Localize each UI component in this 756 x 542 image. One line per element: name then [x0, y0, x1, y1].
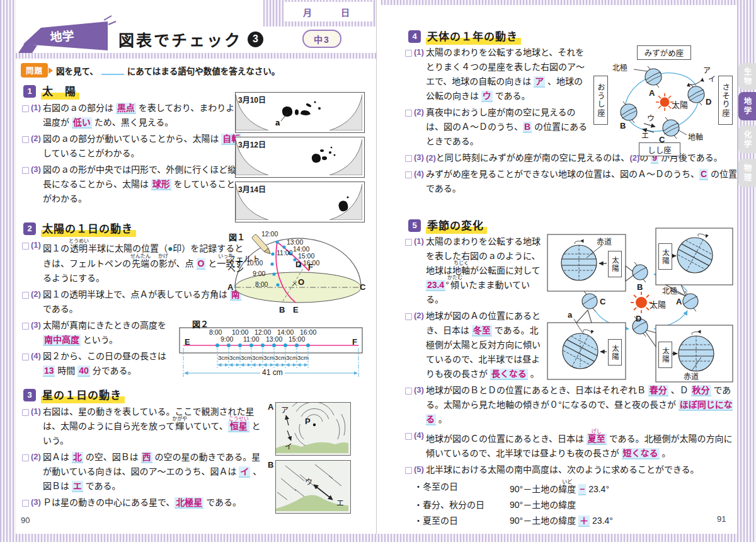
sun-date-label: 3月10日: [238, 94, 266, 105]
question-text-run: である。: [43, 304, 78, 314]
sun-diagram-mar10: a 3月10日: [235, 92, 365, 133]
formula-row: ・夏至の日90°－土地の緯度 ＋ 23.4°: [414, 513, 738, 529]
constellation-taurus: おうし座: [593, 76, 608, 125]
question-text-run: 分である。: [90, 366, 137, 376]
sun-label: 太陽: [672, 98, 688, 110]
sidebar-tab-biology: 生物: [738, 63, 756, 89]
question-text-run: 23.4°: [586, 484, 609, 494]
total-length-label: 41 cm: [260, 368, 285, 377]
section-number: 3: [23, 389, 36, 401]
question-text: 太陽のまわりを公転する地球を表した右図のａのように、地球は地軸ちじくが公転面に対…: [426, 234, 547, 307]
date-fill-box: 月 日: [284, 2, 373, 21]
question-text-run: 90°－土地の: [510, 484, 558, 494]
time-label: 9:00: [220, 335, 233, 343]
star-trails-figure: A: [268, 401, 353, 516]
checkbox-mark: [22, 500, 29, 507]
question-item: (1)図１の透明とうめい半球に太陽の位置（●印）を記録するときは、フェルトペンの…: [22, 238, 244, 285]
sun-box-label: 太陽: [608, 251, 622, 277]
section-3-questions: (1)右図は、星の動きを表している。ここで観測された星は、太陽のように自ら光を放…: [22, 405, 269, 512]
fig-A-label: A: [268, 402, 273, 412]
question-item: (2)図のａの部分が動いていることから、太陽は 自転 していることがわかる。: [22, 132, 244, 161]
formula-row: ・春分、秋分の日90°－土地の緯度: [414, 497, 738, 513]
time-label: 13:00: [266, 335, 282, 343]
question-number: (3): [31, 320, 41, 330]
question-item: (2)真夜中におうし座が南の空に見えるのは、図のＡ～Ｄのうち、B の位置にあると…: [405, 105, 591, 149]
sunspots: [312, 147, 336, 163]
segment-length-label: 3cm: [218, 354, 229, 361]
sun-box-label: 太陽: [658, 342, 672, 368]
answer-highlight: 秋分: [691, 385, 711, 396]
question-text-run: である。: [493, 91, 530, 101]
formula-day-label: ・春分、秋分の日: [414, 497, 510, 513]
grade-badge: 中3: [302, 30, 341, 48]
question-number: (3): [31, 164, 41, 174]
question-number: (2): [31, 134, 41, 143]
section-title: 太 陽: [41, 83, 79, 100]
question-number: (1): [414, 47, 424, 57]
section-title: 季節の変化: [426, 217, 487, 234]
axis-angle-a-label: a: [568, 310, 572, 320]
time-label: 15:00: [289, 335, 305, 343]
position-D-label: D: [636, 314, 641, 323]
checkbox-mark: [22, 292, 29, 299]
segment-length-label: 3cm: [275, 354, 286, 361]
answer-highlight: B: [523, 122, 532, 133]
position-A-label: A: [676, 297, 682, 306]
question-number: (1): [414, 236, 424, 246]
question-number: (3): [414, 153, 424, 162]
time-label: 9:00: [253, 270, 265, 277]
position-D-label: D: [706, 97, 711, 107]
question-text-run: 。: [528, 369, 539, 379]
page-right: 4 天体の１年の動き (1)太陽のまわりを公転する地球と、それをとりまく４つの星…: [380, 5, 737, 534]
question-text-run: 地球が図のＣの位置にあるとき、日本は: [426, 434, 587, 444]
question-number: (2): [31, 289, 41, 299]
orbit-e-label: エ: [641, 130, 649, 141]
answer-highlight: 23.4: [426, 280, 445, 291]
sun-icon: [631, 292, 652, 313]
answer-highlight: 春分: [648, 385, 668, 396]
question-item: (3)Ｐは星の動きの中心にある星で、北極星 である。: [22, 495, 269, 510]
page-number-left: 90: [21, 516, 30, 525]
fig1-title: 図１: [229, 231, 245, 243]
answer-highlight: 球形: [151, 179, 171, 190]
checkbox-mark: [405, 239, 412, 246]
section-number: 2: [23, 222, 36, 235]
section-3-heading: 3 星の１日の動き: [23, 386, 125, 403]
position-C-label: C: [659, 135, 665, 144]
question-item: (1)右図は、星の動きを表している。ここで観測された星は、太陽のように自ら光を放…: [22, 405, 269, 448]
axis-leader: [678, 130, 687, 135]
tape-F-label: F: [352, 337, 357, 347]
section-2-heading: 2 太陽の１日の動き: [23, 220, 136, 237]
circular-star-trails: [292, 403, 345, 447]
fig1-hemisphere-diagram: 図１ フェルト ペン 8:00 9:00 10:00 11:00 12:00 1…: [227, 229, 367, 319]
constellation-aquarius: みずがめ座: [637, 45, 691, 60]
answer-highlight: 13: [43, 366, 55, 377]
question-text: Ｐは星の動きの中心にある星で、北極星 である。: [43, 495, 269, 510]
sunspot-a-label: a: [275, 118, 280, 127]
ruby-text: 輝かがや: [175, 421, 185, 431]
question-text-run: 90°－土地の緯度: [510, 516, 578, 526]
constellation-scorpius: さそり座: [718, 76, 733, 125]
question-text: みずがめ座を見ることができない地球の位置は、図のＡ～Ｄのうち、C の位置である。: [426, 167, 738, 196]
point-E-label: E: [293, 305, 299, 314]
answer-highlight: 長くなる: [490, 369, 528, 380]
west-sky-box: ウ エ: [275, 460, 351, 514]
segment-length-label: 3cm: [286, 354, 297, 361]
time-label: 11:00: [243, 335, 260, 343]
ruby-text: 先端せんたん: [131, 258, 150, 268]
checkbox-mark: [405, 388, 412, 395]
question-text: 図のａの部分が動いていることから、太陽は 自転 していることがわかる。: [43, 132, 244, 161]
question-text-run: である。: [83, 481, 121, 491]
rotation-i-label: イ: [708, 73, 716, 84]
ruby-text: 地軸ちじく: [452, 265, 470, 275]
formula-row: ・冬至の日90°－土地の緯度いど − 23.4°: [414, 479, 738, 497]
question-text: 図２から、この日の昼の長さは 13 時間 40 分である。: [43, 349, 173, 378]
direction-a-label: ア: [281, 404, 289, 415]
question-text-run: 北半球における太陽の南中高度は、次のように求めることができる。: [426, 464, 699, 475]
formula-expression: 90°－土地の緯度いど − 23.4°: [510, 479, 609, 497]
question-text: 地球が図のＢとＤの位置にあるとき、日本はそれぞれＢ 春分 、Ｄ 秋分 である。太…: [426, 383, 738, 427]
question-number: (1): [31, 407, 41, 416]
question-text-run: いていて、: [185, 421, 227, 431]
time-label: 11:00: [277, 249, 293, 257]
question-item: (4)みずがめ座を見ることができない地球の位置は、図のＡ～Ｄのうち、C の位置で…: [405, 167, 738, 196]
